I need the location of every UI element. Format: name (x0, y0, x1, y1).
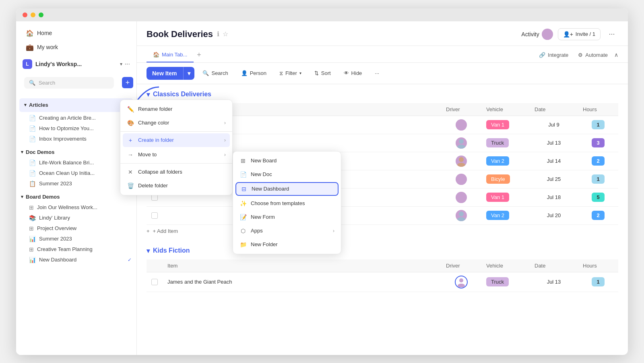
list-item[interactable]: 📚 Lindy' Library (16, 213, 136, 223)
workspace-header[interactable]: L Lindy's Worksp... ▾ ··· (16, 56, 136, 72)
date-cell: Jul 25 (530, 170, 578, 188)
svg-point-10 (459, 193, 464, 198)
sort-button[interactable]: ⇅ Sort (310, 67, 336, 79)
workspace-more-icon[interactable]: ··· (125, 60, 130, 68)
section-kidsfiction[interactable]: ▾ Kids Fiction (147, 247, 618, 255)
date-cell: Jul 20 (530, 206, 578, 224)
svg-point-14 (459, 278, 463, 282)
search-bar[interactable]: 🔍 Search (24, 77, 114, 89)
apps-icon: ⬡ (239, 228, 247, 234)
invite-button[interactable]: 👤+ Invite / 1 (558, 28, 601, 40)
collapse-up-icon[interactable]: ∧ (614, 52, 618, 58)
chevron-right-icon: › (224, 137, 226, 143)
list-item[interactable]: 📊 New Dashboard ✓ (16, 255, 136, 265)
item-label: How to Optomize You... (39, 125, 94, 131)
new-item-label: New Item (147, 67, 182, 80)
list-item[interactable]: 📋 Summer 2023 (16, 178, 136, 189)
context-change-color[interactable]: 🎨 Change color › (120, 116, 232, 130)
vehicle-cell: Van 2 (481, 152, 530, 170)
hide-button[interactable]: 👁 Hide (339, 67, 367, 79)
item-label: Summer 2023 (39, 180, 72, 187)
sidebar-home-label: Home (37, 30, 52, 36)
filter-button[interactable]: ⧖ Filter ▾ (275, 67, 306, 79)
list-item[interactable]: ⊞ Creative Team Planning (16, 244, 136, 255)
svg-point-6 (459, 157, 464, 162)
svg-point-0 (545, 30, 550, 35)
context-move-to[interactable]: → Move to › (120, 148, 232, 162)
submenu-newboard-label: New Board (251, 158, 277, 164)
chevron-down-icon[interactable]: ▾ (120, 61, 122, 67)
dash-icon: 📊 (29, 236, 36, 242)
list-item[interactable]: 📄 How to Optomize You... (16, 123, 136, 134)
star-icon[interactable]: ☆ (223, 30, 228, 38)
section-classics[interactable]: ▾ Classics Deliveries (147, 91, 618, 98)
integrate-button[interactable]: 🔗 Integrate (536, 50, 572, 60)
collapse-icon: ✕ (127, 169, 134, 175)
list-item[interactable]: 📄 Inbox Improvements (16, 134, 136, 144)
submenu-new-dashboard[interactable]: ⊟ New Dashboard (235, 182, 339, 196)
info-icon[interactable]: ℹ (217, 30, 219, 38)
new-item-button[interactable]: New Item ▾ (147, 67, 194, 80)
search-icon: 🔍 (29, 80, 35, 86)
context-delete-folder[interactable]: 🗑️ Delete folder (120, 179, 232, 193)
date-cell: Jul 18 (530, 188, 578, 206)
header-more-button[interactable]: ··· (605, 28, 618, 41)
folder-articles-header[interactable]: ▾ Articles ··· (19, 98, 133, 112)
automate-button[interactable]: ⚙ Automate (575, 50, 611, 60)
hide-label: Hide (351, 70, 362, 76)
list-item[interactable]: ⊞ Project Overview (16, 223, 136, 234)
activity-button[interactable]: Activity (521, 29, 553, 40)
new-item-dropdown-arrow[interactable]: ▾ (183, 67, 194, 80)
add-item-button[interactable]: + + Add Item (147, 225, 618, 237)
integrate-label: Integrate (548, 52, 568, 58)
folder-docdemos-header[interactable]: ▾ Doc Demos (16, 147, 136, 158)
list-item[interactable]: 📊 Summer 2023 (16, 234, 136, 244)
vehicle-cell: Van 2 (481, 206, 530, 224)
folder-boarddemos-header[interactable]: ▾ Board Demos (16, 191, 136, 202)
submenu-new-folder[interactable]: 📁 New Folder (233, 238, 341, 251)
person-button[interactable]: 👤 Person (236, 67, 271, 79)
driver-cell (441, 272, 481, 292)
doc-icon: 📄 (29, 125, 36, 132)
context-separator (120, 131, 232, 132)
context-collapse-folders[interactable]: ✕ Collapse all folders (120, 165, 232, 179)
svg-point-7 (457, 163, 465, 167)
tab-add-button[interactable]: + (194, 48, 204, 62)
driver-cell (441, 116, 481, 134)
list-item[interactable]: ⊞ Join Our Wellness Work... (16, 202, 136, 213)
submenu-new-board[interactable]: ⊞ New Board (233, 154, 341, 168)
context-rename[interactable]: ✏️ Rename folder (120, 102, 232, 116)
folder-articles-label: Articles (29, 102, 48, 108)
list-item[interactable]: 📄 Creating an Article Bre... (16, 113, 136, 123)
tab-bar: 🏠 Main Tab... + 🔗 Integrate ⚙ Automate ∧ (137, 48, 628, 63)
chevron-down-icon: ▾ (147, 247, 150, 255)
svg-point-12 (459, 212, 464, 216)
more-toolbar-button[interactable]: ··· (370, 67, 384, 79)
lib-icon: 📚 (29, 215, 36, 221)
submenu-templates[interactable]: ✨ Choose from templates (233, 197, 341, 210)
sidebar-item-home[interactable]: 🏠 Home (19, 27, 133, 40)
tab-main[interactable]: 🏠 Main Tab... (147, 48, 194, 62)
context-create-folder[interactable]: + Create in folder › (123, 133, 230, 147)
submenu-new-doc[interactable]: 📄 New Doc (233, 168, 341, 181)
context-collapse-label: Collapse all folders (138, 169, 182, 175)
submenu-apps[interactable]: ⬡ Apps › (233, 224, 341, 238)
person-label: Person (250, 70, 266, 76)
table-row[interactable]: James and the Giant Peach Truck Jul 13 (147, 272, 618, 292)
doc-icon: 📄 (29, 170, 36, 176)
row-checkbox[interactable] (151, 212, 158, 219)
context-deletefolder-label: Delete folder (138, 183, 168, 189)
search-button[interactable]: 🔍 Search (198, 67, 233, 79)
person-plus-icon: 👤+ (563, 31, 573, 37)
user-avatar (542, 29, 553, 40)
item-label: Ocean Clean Up Initia... (39, 170, 95, 176)
list-item[interactable]: 📄 Life-Work Balance Bri... (16, 158, 136, 168)
sidebar-item-mywork[interactable]: 💼 My work (19, 41, 133, 54)
integrate-icon: 🔗 (539, 52, 545, 58)
submenu-new-form[interactable]: 📝 New Form (233, 210, 341, 224)
table-row[interactable]: Van 2 Jul 20 2 (147, 206, 618, 224)
context-moveto-label: Move to (138, 151, 157, 158)
list-item[interactable]: 📄 Ocean Clean Up Initia... (16, 168, 136, 178)
context-menu: ✏️ Rename folder 🎨 Change color › + Crea… (120, 100, 233, 195)
row-checkbox[interactable] (151, 279, 158, 285)
